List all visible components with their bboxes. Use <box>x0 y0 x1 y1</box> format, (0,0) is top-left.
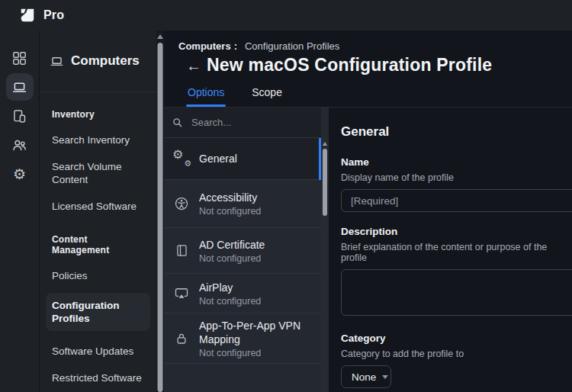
chevron-down-icon <box>382 375 388 379</box>
top-bar: Pro <box>0 0 572 31</box>
grid-icon <box>11 50 27 66</box>
airplay-icon <box>174 286 189 301</box>
product-name: Pro <box>43 8 64 22</box>
rail-item-dashboard[interactable] <box>6 44 34 72</box>
category-help: Category to add the profile to <box>341 349 572 359</box>
payload-item-app-vpn-mapping[interactable]: App-To-Per-App VPN Mapping Not configure… <box>164 313 321 364</box>
description-textarea[interactable] <box>341 269 572 316</box>
payload-item-status: Not configured <box>199 348 315 358</box>
sidebar-item-search-inventory[interactable]: Search Inventory <box>52 133 144 146</box>
jamf-logo-icon <box>19 7 36 24</box>
scroll-up-icon[interactable] <box>157 34 163 39</box>
back-button[interactable]: ← <box>186 58 203 73</box>
name-label: Name <box>341 156 572 168</box>
tab-options-label: Options <box>188 86 224 98</box>
payload-item-status: Not configured <box>199 253 315 264</box>
sidebar-title: Computers <box>71 53 140 69</box>
payload-item-label: AirPlay <box>199 281 315 294</box>
payload-panel: Search... ⚙ ⚙ General <box>164 108 329 392</box>
payload-item-airplay[interactable]: AirPlay Not configured <box>164 274 321 313</box>
icon-rail: ⚙ <box>0 31 40 392</box>
mobile-devices-icon <box>11 108 27 124</box>
sidebar-item-search-volume-content[interactable]: Search Volume Content <box>52 160 144 186</box>
payload-item-label: Accessibility <box>199 191 315 204</box>
breadcrumb: Computers : Configuration Profiles <box>164 31 572 52</box>
tab-options[interactable]: Options <box>188 86 224 107</box>
rail-item-computers[interactable] <box>6 73 34 101</box>
description-label: Description <box>341 226 572 237</box>
description-help: Brief explanation of the content or purp… <box>341 242 572 263</box>
lock-icon <box>175 332 188 345</box>
page-title: New macOS Configuration Profile <box>207 55 492 76</box>
main-content: Computers : Configuration Profiles ← New… <box>164 31 572 392</box>
active-tab-underline <box>186 104 226 108</box>
general-form: General Name Display name of the profile… <box>329 108 572 392</box>
payload-item-ad-certificate[interactable]: AD Certificate Not configured <box>164 228 321 274</box>
sidebar-section-content-management: Content Management <box>52 234 144 255</box>
laptop-icon <box>50 54 64 69</box>
sidebar-item-software-updates[interactable]: Software Updates <box>52 345 144 358</box>
tab-bar: Options Scope <box>188 86 572 107</box>
payload-search[interactable]: Search... <box>164 108 321 138</box>
category-label: Category <box>341 333 572 344</box>
sidebar-item-policies[interactable]: Policies <box>52 269 144 282</box>
page-scrollbar[interactable] <box>156 31 164 392</box>
sidebar: Computers Inventory Search Inventory Sea… <box>40 31 156 392</box>
laptop-icon <box>11 79 27 95</box>
payload-scrollbar-thumb[interactable] <box>323 149 327 216</box>
page-scrollbar-thumb[interactable] <box>158 43 163 392</box>
name-input[interactable] <box>341 189 572 212</box>
name-help: Display name of the profile <box>341 172 572 183</box>
app-window: Pro <box>0 0 572 392</box>
breadcrumb-root[interactable]: Computers <box>178 40 231 52</box>
gear-icon: ⚙ <box>13 167 26 182</box>
accessibility-icon <box>174 196 189 211</box>
tab-scope-label: Scope <box>252 86 282 98</box>
sidebar-item-configuration-profiles[interactable]: Configuration Profiles <box>46 293 150 331</box>
jamf-logo[interactable] <box>18 6 37 24</box>
payload-item-status: Not configured <box>199 296 315 307</box>
form-heading: General <box>341 124 572 140</box>
search-icon <box>172 117 184 129</box>
breadcrumb-current[interactable]: Configuration Profiles <box>245 40 339 52</box>
sidebar-item-licensed-software[interactable]: Licensed Software <box>52 200 144 213</box>
payload-item-label: General <box>199 152 315 165</box>
payload-scrollbar[interactable] <box>321 138 329 392</box>
payload-item-accessibility[interactable]: Accessibility Not configured <box>164 180 321 228</box>
payload-search-placeholder: Search... <box>191 117 231 128</box>
category-value: None <box>352 371 376 383</box>
rail-item-users[interactable] <box>6 131 34 159</box>
payload-item-general[interactable]: ⚙ ⚙ General <box>164 138 321 180</box>
gears-icon: ⚙ ⚙ <box>173 150 190 167</box>
users-icon <box>11 137 27 153</box>
rail-item-settings[interactable]: ⚙ <box>6 160 34 188</box>
category-dropdown[interactable]: None <box>341 365 391 388</box>
sidebar-item-restricted-software[interactable]: Restricted Software <box>52 371 144 384</box>
title-row: ← New macOS Configuration Profile <box>164 55 572 76</box>
rail-item-devices[interactable] <box>6 102 34 130</box>
scroll-up-icon[interactable] <box>323 142 327 146</box>
tab-scope[interactable]: Scope <box>252 86 282 107</box>
sidebar-section-inventory: Inventory <box>52 109 144 120</box>
breadcrumb-separator: : <box>234 40 237 52</box>
payload-item-label: App-To-Per-App VPN Mapping <box>199 319 315 346</box>
payload-item-label: AD Certificate <box>199 238 315 252</box>
certificate-icon <box>175 243 189 258</box>
payload-item-status: Not configured <box>199 206 315 217</box>
sidebar-header: Computers <box>40 31 156 92</box>
